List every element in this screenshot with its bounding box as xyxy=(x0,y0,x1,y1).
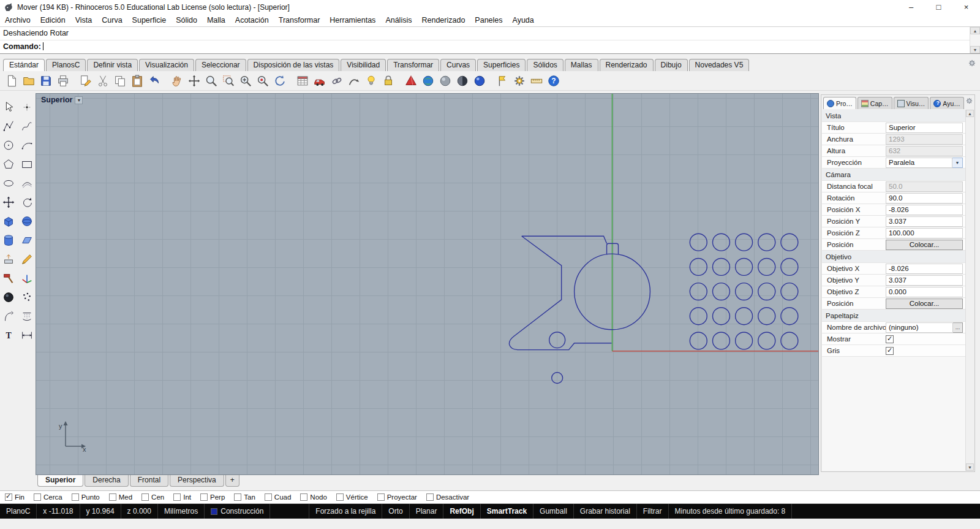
scroll-down-icon[interactable]: ▼ xyxy=(966,463,974,471)
toolbar-tab[interactable]: Dibujo xyxy=(655,59,688,71)
save-icon[interactable] xyxy=(38,73,54,89)
toolbar-tab[interactable]: PlanosC xyxy=(46,59,86,71)
polyline-icon[interactable] xyxy=(1,118,17,134)
menu-item[interactable]: Ayuda xyxy=(508,14,539,26)
checkbox-icon[interactable] xyxy=(109,493,116,501)
property-value[interactable]: (ninguno) ▼ ... xyxy=(886,322,963,333)
property-value-text[interactable]: 3.037 xyxy=(886,275,963,286)
maximize-button[interactable]: □ xyxy=(925,0,952,14)
osnap-toggle[interactable]: Punto xyxy=(72,493,100,501)
osnap-toggle[interactable]: Med xyxy=(109,493,132,501)
statusbar-segment[interactable]: SmartTrack xyxy=(481,504,533,519)
osnap-toggle[interactable]: Cerca xyxy=(34,493,62,501)
statusbar-segment[interactable]: Forzado a la rejilla xyxy=(309,504,382,519)
property-value[interactable]: ▼ ... xyxy=(886,334,963,344)
checkbox-icon[interactable] xyxy=(377,493,385,501)
property-value-text[interactable]: 90.0 xyxy=(886,193,963,204)
freeform-curve-icon[interactable] xyxy=(19,118,35,134)
menu-item[interactable]: Malla xyxy=(202,14,230,26)
property-value[interactable]: 50.0 ▼ ... xyxy=(886,181,963,192)
pan-hand-icon[interactable] xyxy=(169,73,185,89)
osnap-toggle[interactable]: Tan xyxy=(234,493,255,501)
move-tool-icon[interactable] xyxy=(1,194,17,210)
statusbar-segment[interactable]: z 0.000 xyxy=(121,504,158,519)
property-value-text[interactable]: Superior xyxy=(886,123,963,133)
red-car-icon[interactable] xyxy=(312,73,328,89)
checkbox-icon[interactable] xyxy=(234,493,241,501)
viewport-canvas[interactable]: Superior ▼ y x xyxy=(36,93,819,475)
property-value[interactable]: -8.026 ▼ ... xyxy=(886,205,963,215)
toolbar-tab[interactable]: Definir vista xyxy=(87,59,138,71)
toolbar-tab[interactable]: Superficies xyxy=(477,59,526,71)
axes-tool-icon[interactable] xyxy=(19,270,35,286)
arc-tool-icon[interactable] xyxy=(19,137,35,153)
statusbar-segment[interactable]: Filtrar xyxy=(637,504,669,519)
checkbox-icon[interactable] xyxy=(886,335,894,343)
osnap-toggle[interactable]: Nodo xyxy=(300,493,327,501)
statusbar-segment[interactable]: Gumball xyxy=(533,504,574,519)
curve-hook-icon[interactable] xyxy=(1,308,17,324)
browse-button[interactable]: ... xyxy=(953,322,963,333)
viewport-title-dropdown-icon[interactable]: ▼ xyxy=(75,96,83,104)
render-red-icon[interactable] xyxy=(403,73,419,89)
toolbar-tab[interactable]: Transformar xyxy=(387,59,439,71)
toolbar-tab[interactable]: Seleccionar xyxy=(195,59,246,71)
property-value[interactable]: 632 ▼ ... xyxy=(886,146,963,156)
offset-tool-icon[interactable] xyxy=(19,175,35,191)
statusbar-segment[interactable]: RefObj xyxy=(443,504,480,519)
zoom-selected-icon[interactable] xyxy=(255,73,271,89)
osnap-toggle[interactable]: Int xyxy=(173,493,191,501)
property-value-text[interactable]: (ninguno) xyxy=(886,322,953,333)
property-value[interactable]: Colocar... ▼ ... xyxy=(886,299,963,309)
statusbar-segment[interactable]: Grabar historial xyxy=(574,504,637,519)
minimize-button[interactable]: – xyxy=(897,0,925,14)
pencil-tool-icon[interactable] xyxy=(19,251,35,267)
toolbar-tab[interactable]: Mallas xyxy=(565,59,598,71)
menu-item[interactable]: Acotación xyxy=(230,14,274,26)
property-value[interactable]: Colocar... ▼ ... xyxy=(886,240,963,250)
property-value-text[interactable]: 3.037 xyxy=(886,216,963,227)
toolbar-tab[interactable]: Estándar xyxy=(3,59,45,71)
toolbar-options-gear-icon[interactable] xyxy=(968,59,976,70)
close-button[interactable]: × xyxy=(952,0,980,14)
edit-page-icon[interactable] xyxy=(78,73,94,89)
new-file-icon[interactable] xyxy=(4,73,20,89)
property-value[interactable]: -8.026 ▼ ... xyxy=(886,264,963,274)
menu-item[interactable]: Análisis xyxy=(380,14,417,26)
osnap-toggle[interactable]: Fin xyxy=(5,493,24,501)
checkbox-icon[interactable] xyxy=(886,347,894,355)
property-value-text[interactable]: -8.026 xyxy=(886,264,963,274)
open-folder-icon[interactable] xyxy=(21,73,37,89)
statusbar-segment[interactable] xyxy=(270,504,309,519)
checkbox-icon[interactable] xyxy=(300,493,307,501)
property-value[interactable]: 90.0 ▼ ... xyxy=(886,193,963,204)
toolbar-tab[interactable]: Novedades V5 xyxy=(689,59,750,71)
menu-item[interactable]: Herramientas xyxy=(325,14,380,26)
property-value-text[interactable]: Colocar... xyxy=(886,240,963,250)
menu-item[interactable]: Superficie xyxy=(127,14,172,26)
osnap-toggle[interactable]: Cuad xyxy=(265,493,292,501)
rendered-sphere-icon[interactable] xyxy=(472,73,488,89)
analysis-sphere-icon[interactable] xyxy=(1,289,17,305)
panel-tab[interactable]: Visu… xyxy=(894,97,929,109)
rotate-tool-icon[interactable] xyxy=(19,194,35,210)
property-value[interactable]: ▼ ... xyxy=(886,346,963,356)
viewport-title[interactable]: Superior ▼ xyxy=(41,96,83,104)
toolbar-tab[interactable]: Visibilidad xyxy=(341,59,386,71)
project-tool-icon[interactable] xyxy=(19,308,35,324)
cylinder-tool-icon[interactable] xyxy=(1,232,17,248)
statusbar-segment[interactable]: Minutos desde último guardado: 8 xyxy=(669,504,793,519)
rotate-view-icon[interactable] xyxy=(272,73,288,89)
zoom-magnifier-icon[interactable] xyxy=(203,73,219,89)
circle-tool-icon[interactable] xyxy=(1,137,17,153)
checkbox-icon[interactable] xyxy=(426,493,434,501)
property-value-text[interactable]: 0.000 xyxy=(886,287,963,297)
panel-tab[interactable]: Cap… xyxy=(858,97,892,109)
menu-item[interactable]: Paneles xyxy=(470,14,507,26)
text-tool-icon[interactable]: T xyxy=(1,327,17,343)
checkbox-icon[interactable] xyxy=(34,493,41,501)
checkbox-icon[interactable] xyxy=(5,493,12,501)
dimension-tool-icon[interactable] xyxy=(19,327,35,343)
property-value[interactable]: 1293 ▼ ... xyxy=(886,134,963,145)
panel-tab[interactable]: Ayu… xyxy=(930,97,963,109)
